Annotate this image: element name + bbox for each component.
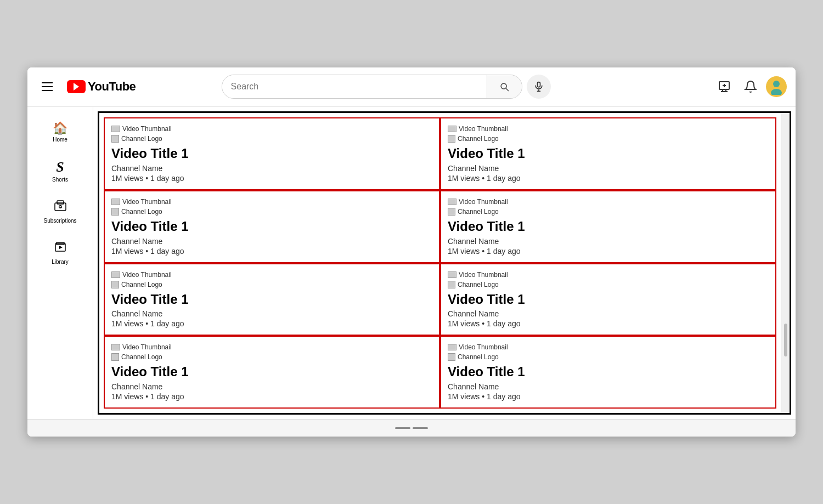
channel-logo: Channel Logo [448,353,769,361]
channel-logo: Channel Logo [448,208,769,216]
video-title: Video Title 1 [448,219,769,235]
sidebar-item-shorts[interactable]: S Shorts [32,154,88,189]
sidebar-shorts-label: Shorts [52,177,68,183]
search-icon [499,81,510,92]
home-icon: 🏠 [53,122,67,134]
logo-area[interactable]: YouTube [67,80,136,94]
video-thumbnail: Video Thumbnail [111,343,432,351]
header-right [713,76,787,98]
svg-point-9 [773,81,780,87]
svg-rect-0 [537,82,540,87]
video-meta: 1M views • 1 day ago [448,247,769,256]
mic-icon [533,81,544,92]
video-title: Video Title 1 [111,219,432,235]
channel-logo: Channel Logo [111,353,432,361]
video-title: Video Title 1 [448,364,769,380]
avatar[interactable] [766,76,787,97]
channel-name: Channel Name [448,237,769,246]
video-thumbnail: Video Thumbnail [111,198,432,206]
video-thumbnail: Video Thumbnail [111,125,432,133]
video-card[interactable]: Video Thumbnail Channel Logo Video Title… [104,117,440,190]
video-meta: 1M views • 1 day ago [111,174,432,183]
video-title: Video Title 1 [111,292,432,308]
search-form [222,75,522,99]
create-button[interactable] [713,76,735,98]
search-area [222,75,551,99]
video-meta: 1M views • 1 day ago [111,319,432,328]
video-card[interactable]: Video Thumbnail Channel Logo Video Title… [440,190,776,263]
menu-button[interactable] [36,76,58,98]
video-meta: 1M views • 1 day ago [448,174,769,183]
svg-marker-17 [59,246,63,249]
channel-logo: Channel Logo [448,281,769,288]
sidebar: 🏠 Home S Shorts Subscriptions [27,107,93,419]
youtube-icon [67,80,86,93]
video-title: Video Title 1 [111,146,432,162]
video-title: Video Title 1 [448,292,769,308]
channel-logo: Channel Logo [448,135,769,143]
scrollbar[interactable] [781,113,790,413]
channel-name: Channel Name [111,309,432,318]
sidebar-item-subscriptions[interactable]: Subscriptions [32,194,88,230]
video-meta: 1M views • 1 day ago [111,392,432,401]
bottom-bar-line-1 [395,427,410,429]
video-card[interactable]: Video Thumbnail Channel Logo Video Title… [440,117,776,190]
channel-name: Channel Name [448,164,769,173]
video-card[interactable]: Video Thumbnail Channel Logo Video Title… [104,263,440,336]
sidebar-library-label: Library [52,259,69,265]
channel-name: Channel Name [111,237,432,246]
subscriptions-icon [54,200,67,216]
bottom-bar [27,419,796,437]
video-title: Video Title 1 [448,146,769,162]
logo-text: YouTube [88,80,136,94]
create-icon [718,80,731,93]
sidebar-home-label: Home [53,137,67,143]
avatar-icon [768,78,785,95]
mic-button[interactable] [527,75,551,99]
video-thumbnail: Video Thumbnail [111,271,432,279]
search-input[interactable] [222,75,487,98]
channel-name: Channel Name [111,382,432,391]
sidebar-item-home[interactable]: 🏠 Home [32,116,88,149]
video-card[interactable]: Video Thumbnail Channel Logo Video Title… [104,336,440,409]
channel-name: Channel Name [111,164,432,173]
search-button[interactable] [487,75,522,98]
library-icon [54,241,67,257]
video-title: Video Title 1 [111,364,432,380]
channel-name: Channel Name [448,382,769,391]
video-card[interactable]: Video Thumbnail Channel Logo Video Title… [104,190,440,263]
video-card[interactable]: Video Thumbnail Channel Logo Video Title… [440,263,776,336]
scrollbar-thumb [784,324,787,356]
sidebar-item-library[interactable]: Library [32,235,88,271]
video-meta: 1M views • 1 day ago [111,247,432,256]
channel-logo: Channel Logo [111,208,432,216]
bell-icon [744,80,757,93]
notifications-button[interactable] [740,76,762,98]
svg-point-10 [771,89,782,95]
channel-name: Channel Name [448,309,769,318]
video-card[interactable]: Video Thumbnail Channel Logo Video Title… [440,336,776,409]
shorts-icon: S [56,160,64,174]
video-meta: 1M views • 1 day ago [448,392,769,401]
bottom-bar-line-2 [413,427,428,429]
channel-logo: Channel Logo [111,135,432,143]
videos-grid: Video Thumbnail Channel Logo Video Title… [104,117,776,409]
video-thumbnail: Video Thumbnail [448,198,769,206]
sidebar-subscriptions-label: Subscriptions [43,218,76,224]
video-meta: 1M views • 1 day ago [448,319,769,328]
svg-rect-12 [57,201,64,204]
video-thumbnail: Video Thumbnail [448,271,769,279]
header: YouTube [27,67,796,107]
body-area: 🏠 Home S Shorts Subscriptions [27,107,796,419]
main-content: Video Thumbnail Channel Logo Video Title… [99,113,781,413]
video-thumbnail: Video Thumbnail [448,343,769,351]
channel-logo: Channel Logo [111,281,432,288]
video-thumbnail: Video Thumbnail [448,125,769,133]
